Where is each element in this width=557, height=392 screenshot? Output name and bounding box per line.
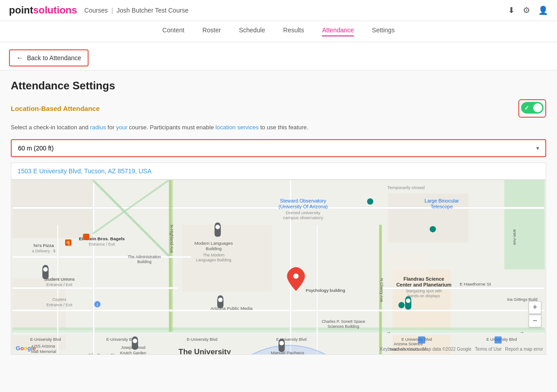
svg-text:Stargazing spot with: Stargazing spot with — [406, 288, 442, 293]
svg-text:aren Ave: aren Ave — [512, 229, 517, 245]
svg-point-79 — [218, 297, 223, 302]
svg-text:Temporarily closed: Temporarily closed — [388, 185, 425, 189]
terms-of-use-link[interactable]: Terms of Use — [475, 347, 502, 352]
svg-text:i: i — [97, 302, 98, 307]
map-footer: Google — [16, 345, 36, 352]
address-field[interactable]: 1503 E University Blvd, Tucson, AZ 85719… — [11, 163, 546, 180]
nav-roster[interactable]: Roster — [202, 26, 221, 36]
svg-text:Large Binocular: Large Binocular — [424, 198, 459, 203]
toggle-check-icon: ✓ — [524, 105, 529, 111]
svg-point-75 — [367, 198, 373, 204]
svg-text:Manuel Pacheco: Manuel Pacheco — [271, 350, 304, 354]
svg-text:hands-on displays: hands-on displays — [408, 293, 441, 298]
map-svg: Steward Observatory (University Of Arizo… — [11, 180, 546, 354]
breadcrumb-courses[interactable]: Courses — [85, 7, 108, 14]
svg-text:N Cherry Ave: N Cherry Ave — [379, 278, 384, 302]
svg-rect-16 — [13, 256, 192, 258]
svg-text:Telescope: Telescope — [431, 203, 453, 209]
svg-rect-20 — [57, 225, 58, 354]
svg-text:→: → — [519, 329, 525, 335]
svg-text:Arizona Public Media: Arizona Public Media — [210, 305, 253, 310]
map-data-text: Map data ©2022 Google — [422, 347, 471, 352]
svg-text:campus observatory: campus observatory — [283, 215, 323, 220]
svg-point-78 — [215, 225, 220, 229]
svg-text:→: → — [386, 329, 391, 335]
svg-text:hn's Pizza: hn's Pizza — [34, 243, 54, 248]
logo[interactable]: pointsolutions — [9, 4, 77, 16]
map-controls: + − — [529, 301, 541, 327]
svg-text:E University Blvd: E University Blvd — [401, 337, 432, 342]
svg-rect-90 — [495, 336, 502, 344]
svg-text:E-University Blvd: E-University Blvd — [30, 337, 61, 342]
svg-text:Entrance / Exit: Entrance / Exit — [46, 302, 73, 307]
svg-rect-9 — [13, 333, 545, 335]
report-map-error-link[interactable]: Report a map error — [505, 347, 543, 352]
svg-text:Charles P. Sonett Space: Charles P. Sonett Space — [321, 319, 365, 324]
back-btn-wrapper: ← Back to Attendance — [0, 42, 557, 70]
zoom-in-button[interactable]: + — [529, 301, 541, 314]
map-container[interactable]: Steward Observatory (University Of Arizo… — [11, 180, 546, 355]
svg-text:Steward Observatory: Steward Observatory — [280, 198, 326, 203]
download-icon[interactable]: ⬇ — [508, 5, 515, 15]
page-title: Attendance Settings — [11, 79, 546, 92]
header-icons: ⬇ ⚙ 👤 — [508, 5, 548, 15]
svg-point-80 — [43, 267, 48, 272]
svg-text:Copiers: Copiers — [53, 297, 67, 301]
svg-text:Modern Languages: Modern Languages — [194, 241, 233, 246]
svg-rect-10 — [379, 287, 544, 289]
svg-text:🍕: 🍕 — [66, 240, 71, 246]
svg-text:Bike Repair Shop: Bike Repair Shop — [89, 352, 120, 354]
svg-point-82 — [279, 341, 284, 345]
svg-text:(University Of Arizona): (University Of Arizona) — [279, 203, 328, 209]
back-to-attendance-button[interactable]: ← Back to Attendance — [9, 49, 89, 66]
svg-text:N-Highland-Ave: N-Highland-Ave — [169, 225, 174, 253]
svg-text:Center and Planetarium: Center and Planetarium — [396, 282, 451, 287]
svg-text:Building: Building — [137, 260, 152, 264]
svg-text:Building: Building — [206, 246, 222, 251]
radius-select-wrapper: 30 m (100 ft) 60 m (200 ft) 90 m (300 ft… — [11, 139, 546, 157]
svg-rect-15 — [13, 327, 545, 333]
logo-solutions: solutions — [33, 4, 77, 16]
toggle-wrapper: ✓ — [518, 99, 546, 118]
section-row: Location-Based Attendance ✓ — [11, 99, 546, 118]
svg-rect-88 — [83, 233, 89, 240]
nav-settings[interactable]: Settings — [372, 26, 395, 36]
zoom-out-button[interactable]: − — [529, 315, 541, 327]
svg-text:E Hawthorne St: E Hawthorne St — [459, 281, 491, 286]
section-label: Location-Based Attendance — [11, 105, 100, 112]
breadcrumb-separator: | — [111, 7, 113, 14]
radius-select[interactable]: 30 m (100 ft) 60 m (200 ft) 90 m (300 ft… — [12, 140, 536, 156]
main-content: Attendance Settings Location-Based Atten… — [0, 70, 557, 392]
header-left: pointsolutions Courses | Josh Butcher Te… — [9, 4, 188, 16]
map-background: Steward Observatory (University Of Arizo… — [11, 180, 546, 354]
svg-text:The Modern: The Modern — [203, 253, 224, 257]
svg-rect-17 — [13, 309, 545, 311]
svg-rect-18 — [13, 287, 178, 289]
chevron-down-icon: ▾ — [536, 145, 545, 151]
svg-text:The Administration: The Administration — [128, 255, 161, 259]
gear-icon[interactable]: ⚙ — [523, 5, 530, 15]
keyboard-shortcuts[interactable]: Keyboard shortcuts — [380, 347, 419, 352]
svg-text:Entrance / Exit: Entrance / Exit — [89, 242, 115, 247]
breadcrumb-course-name[interactable]: Josh Butcher Test Course — [116, 7, 188, 14]
nav: Content Roster Schedule Results Attendan… — [0, 21, 557, 42]
header: pointsolutions Courses | Josh Butcher Te… — [0, 0, 557, 21]
location-toggle[interactable]: ✓ — [521, 102, 544, 114]
nav-results[interactable]: Results — [283, 26, 304, 36]
svg-rect-19 — [93, 180, 95, 354]
svg-point-81 — [133, 339, 137, 343]
svg-text:Student Unions: Student Unions — [44, 276, 75, 281]
nav-attendance[interactable]: Attendance — [322, 26, 354, 36]
svg-text:Entrance / Exit: Entrance / Exit — [46, 282, 73, 286]
svg-point-77 — [398, 302, 405, 308]
nav-content[interactable]: Content — [162, 26, 184, 36]
svg-text:The University: The University — [178, 348, 231, 354]
breadcrumb: Courses | Josh Butcher Test Course — [85, 7, 189, 14]
user-icon[interactable]: 👤 — [538, 5, 548, 15]
svg-text:Flandrau Science: Flandrau Science — [404, 276, 445, 281]
nav-schedule[interactable]: Schedule — [239, 26, 265, 36]
svg-point-91 — [293, 273, 299, 278]
svg-rect-1 — [504, 180, 545, 269]
svg-rect-89 — [418, 336, 425, 344]
svg-point-83 — [406, 298, 410, 303]
